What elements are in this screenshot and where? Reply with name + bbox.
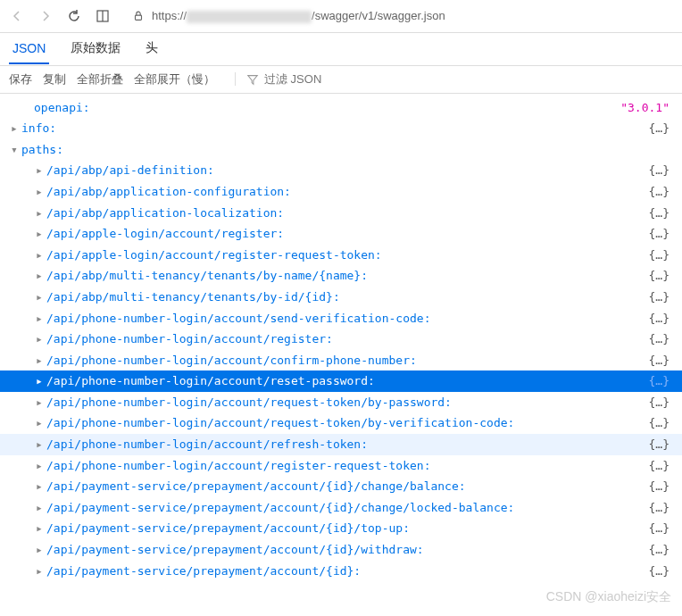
chevron-right-icon[interactable]: ▸ <box>34 332 45 346</box>
json-value-object: {…} <box>649 416 670 430</box>
tree-row[interactable]: ▸/api/abp/application-configuration:{…} <box>0 181 682 203</box>
json-key: /api/abp/application-configuration: <box>46 185 291 199</box>
tree-row[interactable]: ▸ info: {…} <box>0 118 682 139</box>
json-key: openapi: <box>34 101 90 115</box>
back-button[interactable] <box>9 8 25 24</box>
chevron-right-icon[interactable]: ▸ <box>34 479 45 494</box>
json-key: /api/phone-number-login/account/register… <box>46 459 430 473</box>
tree-row[interactable]: ▸/api/payment-service/prepayment/account… <box>0 497 682 519</box>
chevron-right-icon[interactable]: ▸ <box>34 290 45 304</box>
json-value-object: {…} <box>649 459 670 473</box>
filter-icon <box>246 73 259 86</box>
json-key: /api/phone-number-login/account/reset-pa… <box>46 374 375 388</box>
chevron-right-icon[interactable]: ▸ <box>9 121 20 136</box>
json-tree: openapi: "3.0.1" ▸ info: {…} ▾ paths: ▸/… <box>0 94 682 586</box>
json-key: /api/apple-login/account/register-reques… <box>46 248 382 262</box>
chevron-right-icon[interactable]: ▸ <box>34 459 45 473</box>
collapse-all-button[interactable]: 全部折叠 <box>77 71 123 87</box>
json-key: /api/payment-service/prepayment/account/… <box>46 564 361 579</box>
tree-row[interactable]: ▸/api/abp/api-definition:{…} <box>0 160 682 181</box>
tree-row[interactable]: ▸/api/payment-service/prepayment/account… <box>0 539 682 561</box>
lock-icon <box>132 10 145 22</box>
chevron-right-icon[interactable]: ▸ <box>34 437 45 452</box>
json-value-object: {…} <box>649 227 670 241</box>
forward-button[interactable] <box>37 8 54 24</box>
json-value-object: {…} <box>649 248 670 262</box>
tab-json[interactable]: JSON <box>9 34 49 64</box>
expand-all-button[interactable]: 全部展开（慢） <box>134 71 215 87</box>
chevron-right-icon[interactable]: ▸ <box>34 185 45 199</box>
json-key: /api/payment-service/prepayment/account/… <box>46 521 410 536</box>
chevron-right-icon[interactable]: ▸ <box>34 501 45 515</box>
filter-wrap <box>235 72 371 86</box>
url-text: https:///swagger/v1/swagger.json <box>152 9 445 23</box>
json-value-object: {…} <box>649 543 670 557</box>
tree-row[interactable]: ▸/api/phone-number-login/account/reset-p… <box>0 370 682 392</box>
address-bar[interactable]: https:///swagger/v1/swagger.json <box>123 5 673 27</box>
json-key: /api/phone-number-login/account/confirm-… <box>46 354 417 368</box>
json-value-object: {…} <box>649 564 670 579</box>
reader-mode-icon[interactable] <box>95 8 111 24</box>
chevron-right-icon[interactable]: ▸ <box>34 206 45 221</box>
json-key: info: <box>21 121 56 136</box>
chevron-right-icon[interactable]: ▸ <box>34 163 45 178</box>
copy-button[interactable]: 复制 <box>43 71 66 87</box>
json-key: /api/abp/api-definition: <box>46 163 214 178</box>
chevron-right-icon[interactable]: ▸ <box>34 248 45 262</box>
chevron-right-icon[interactable]: ▸ <box>34 395 45 410</box>
chevron-right-icon[interactable]: ▸ <box>34 269 45 283</box>
json-key: /api/phone-number-login/account/register… <box>46 332 333 346</box>
chevron-right-icon[interactable]: ▸ <box>34 521 45 536</box>
chevron-right-icon[interactable]: ▸ <box>34 416 45 430</box>
chevron-right-icon[interactable]: ▸ <box>34 354 45 368</box>
chevron-right-icon[interactable]: ▸ <box>34 227 45 241</box>
tree-row[interactable]: ▸/api/abp/multi-tenancy/tenants/by-name/… <box>0 265 682 287</box>
tab-headers[interactable]: 头 <box>142 33 162 65</box>
tree-row[interactable]: ▸/api/phone-number-login/account/registe… <box>0 455 682 477</box>
json-value-object: {…} <box>649 163 670 178</box>
tree-row[interactable]: ▸/api/payment-service/prepayment/account… <box>0 561 682 582</box>
reload-button[interactable] <box>66 8 82 24</box>
chevron-right-icon[interactable]: ▸ <box>34 374 45 388</box>
filter-input[interactable] <box>264 72 371 86</box>
json-value-object: {…} <box>649 521 670 536</box>
json-key: /api/payment-service/prepayment/account/… <box>46 543 424 557</box>
json-value-string: "3.0.1" <box>620 101 670 115</box>
json-value-object: {…} <box>649 206 670 221</box>
tree-row[interactable]: ▸/api/phone-number-login/account/registe… <box>0 329 682 350</box>
json-value-object: {…} <box>649 312 670 326</box>
tab-raw-data[interactable]: 原始数据 <box>67 33 124 65</box>
tree-row[interactable]: ▸/api/apple-login/account/register-reque… <box>0 245 682 266</box>
tree-row[interactable]: ▸/api/phone-number-login/account/confirm… <box>0 350 682 371</box>
json-toolbar: 保存 复制 全部折叠 全部展开（慢） <box>0 66 682 94</box>
tree-row[interactable]: ▸/api/apple-login/account/register:{…} <box>0 223 682 245</box>
json-key: /api/phone-number-login/account/request-… <box>46 416 514 430</box>
save-button[interactable]: 保存 <box>9 71 32 87</box>
chevron-right-icon[interactable]: ▸ <box>34 564 45 579</box>
json-key: /api/phone-number-login/account/request-… <box>46 395 452 410</box>
json-key: /api/abp/multi-tenancy/tenants/by-id/{id… <box>46 290 340 304</box>
tree-row[interactable]: ▸/api/phone-number-login/account/refresh… <box>0 434 682 455</box>
json-value-object: {…} <box>649 121 670 136</box>
json-key: /api/payment-service/prepayment/account/… <box>46 501 514 515</box>
chevron-right-icon[interactable]: ▸ <box>34 312 45 326</box>
chevron-right-icon[interactable]: ▸ <box>34 543 45 557</box>
json-key: /api/abp/multi-tenancy/tenants/by-name/{… <box>46 269 368 283</box>
json-key: /api/apple-login/account/register: <box>46 227 284 241</box>
json-key: paths: <box>21 143 63 157</box>
tree-row[interactable]: ▾ paths: <box>0 139 682 161</box>
json-key: /api/phone-number-login/account/send-ver… <box>46 312 430 326</box>
tree-row[interactable]: openapi: "3.0.1" <box>0 97 682 119</box>
chevron-down-icon[interactable]: ▾ <box>9 143 20 157</box>
tree-row[interactable]: ▸/api/phone-number-login/account/send-ve… <box>0 308 682 329</box>
tree-row[interactable]: ▸/api/payment-service/prepayment/account… <box>0 518 682 539</box>
tree-row[interactable]: ▸/api/phone-number-login/account/request… <box>0 392 682 413</box>
json-value-object: {…} <box>649 501 670 515</box>
tree-row[interactable]: ▸/api/phone-number-login/account/request… <box>0 412 682 434</box>
tree-row[interactable]: ▸/api/abp/multi-tenancy/tenants/by-id/{i… <box>0 287 682 308</box>
tree-row[interactable]: ▸/api/payment-service/prepayment/account… <box>0 476 682 497</box>
json-value-object: {…} <box>649 185 670 199</box>
json-value-object: {…} <box>649 395 670 410</box>
json-value-object: {…} <box>649 332 670 346</box>
tree-row[interactable]: ▸/api/abp/application-localization:{…} <box>0 203 682 224</box>
